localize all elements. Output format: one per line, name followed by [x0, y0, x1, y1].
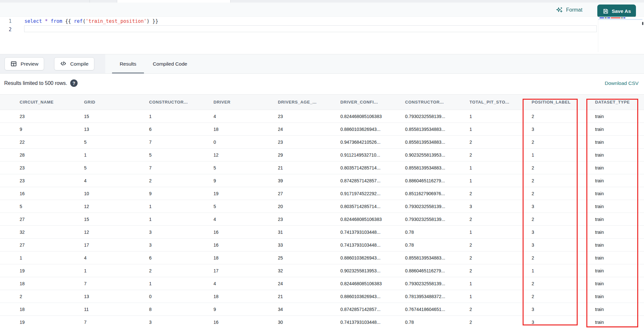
- tab-separator: [230, 0, 231, 3]
- table-cell: 21: [278, 290, 340, 303]
- table-cell: 0.7413793103448...: [340, 316, 405, 328]
- table-cell: 7: [149, 136, 213, 148]
- code-token: *: [45, 18, 48, 24]
- code-token: select: [24, 18, 42, 24]
- table-cell: 23: [278, 110, 340, 123]
- table-cell: 12: [84, 200, 149, 213]
- table-cell: 5: [84, 161, 149, 174]
- table-cell: 3: [149, 316, 213, 328]
- table-cell: 32: [20, 226, 84, 238]
- table-cell: 19: [213, 187, 278, 200]
- table-cell: 0: [213, 136, 278, 148]
- editor-toolbar: Format Save As: [0, 3, 644, 17]
- table-cell: 9: [149, 187, 213, 200]
- editor-minimap[interactable]: [598, 17, 642, 52]
- file-tab-strip: [0, 0, 644, 3]
- table-cell: 23: [20, 161, 84, 174]
- active-file-tab[interactable]: [117, 0, 230, 3]
- table-cell: 23: [20, 174, 84, 187]
- table-cell: 23: [20, 110, 84, 123]
- preview-button[interactable]: Preview: [5, 57, 44, 70]
- tab-results[interactable]: Results: [112, 54, 144, 73]
- table-cell: 0.9171974522292...: [340, 187, 405, 200]
- code-token: [48, 18, 51, 24]
- table-cell: 18: [213, 123, 278, 135]
- compile-button[interactable]: Compile: [54, 57, 94, 70]
- table-cell: 5: [84, 136, 149, 148]
- table-cell: 4: [213, 110, 278, 123]
- table-cell: 0.7930232558139...: [405, 110, 469, 123]
- table-cell: 0.8860465116279...: [405, 264, 469, 277]
- table-cell: 1: [149, 110, 213, 123]
- table-cell: 16: [213, 226, 278, 238]
- table-cell: 22: [20, 136, 84, 148]
- table-cell: 0.8860103626943...: [340, 251, 405, 264]
- table-cell: 21: [278, 161, 340, 174]
- table-cell: 9: [20, 123, 84, 135]
- row-limit-note: Results limited to 500 rows.: [4, 80, 67, 86]
- results-panel-header: Preview Compile Results Compiled Code: [0, 54, 644, 74]
- help-icon[interactable]: ?: [70, 79, 78, 87]
- table-cell: 0.9112149532710...: [340, 149, 405, 161]
- table-cell: 23: [278, 136, 340, 148]
- table-cell: 0.8035714285714...: [340, 200, 405, 213]
- table-cell: 30: [278, 316, 340, 328]
- table-cell: 0.78: [405, 316, 469, 328]
- table-cell: 0.78: [405, 239, 469, 251]
- line-number-2: 2: [3, 26, 12, 33]
- column-header: CONSTRUCTOR...: [149, 95, 213, 110]
- table-cell: 18: [20, 303, 84, 315]
- column-header: CONSTRUCTOR...: [405, 95, 469, 110]
- table-cell: 0.8035714285714...: [340, 161, 405, 174]
- save-icon: [602, 8, 609, 14]
- code-token: 'train_test_position': [86, 18, 147, 24]
- column-header: DRIVER_CONFI...: [340, 95, 405, 110]
- table-cell: 39: [278, 174, 340, 187]
- download-csv-link[interactable]: Download CSV: [605, 80, 639, 86]
- tab-compiled-code[interactable]: Compiled Code: [150, 54, 190, 73]
- editor-scrollbar[interactable]: [642, 22, 643, 25]
- table-cell: 28: [20, 149, 84, 161]
- table-cell: 5: [213, 161, 278, 174]
- tab-separator: [90, 0, 90, 3]
- table-cell: 18: [213, 290, 278, 303]
- table-cell: 0.9023255813953...: [405, 149, 469, 161]
- table-cell: 0.8860103626943...: [340, 290, 405, 303]
- table-cell: 19: [20, 264, 84, 277]
- sql-editor[interactable]: 1 2 select * from {{ ref('train_test_pos…: [0, 17, 644, 54]
- table-cell: 25: [278, 251, 340, 264]
- table-cell: 7: [149, 161, 213, 174]
- table-cell: 4: [84, 174, 149, 187]
- annotation-box-position-label: [523, 99, 578, 325]
- table-cell: 27: [278, 187, 340, 200]
- save-as-button[interactable]: Save As: [597, 5, 636, 18]
- code-token: ): [147, 18, 149, 24]
- table-cell: 0.8558139534883...: [405, 136, 469, 148]
- table-cell: 10: [84, 187, 149, 200]
- table-cell: 1: [149, 277, 213, 290]
- table-cell: 0.824468085106383: [340, 277, 405, 290]
- table-cell: 16: [213, 239, 278, 251]
- column-header: DRIVER: [213, 95, 278, 110]
- code-token: }}: [149, 18, 158, 24]
- table-cell: 23: [278, 213, 340, 225]
- editor-cursor-line[interactable]: [24, 25, 597, 32]
- table-cell: 0.7413793103448...: [340, 226, 405, 238]
- table-cell: 2: [149, 264, 213, 277]
- format-button[interactable]: Format: [556, 5, 582, 14]
- table-cell: 34: [278, 303, 340, 315]
- table-cell: 15: [84, 213, 149, 225]
- table-cell: 1: [149, 200, 213, 213]
- table-cell: 0.8742857142857...: [340, 303, 405, 315]
- table-cell: 2: [149, 174, 213, 187]
- table-cell: 4: [84, 251, 149, 264]
- table-cell: 0: [149, 290, 213, 303]
- sparkles-icon: [556, 6, 563, 14]
- table-cell: 4: [213, 213, 278, 225]
- table-cell: 16: [213, 316, 278, 328]
- code-line-1[interactable]: select * from {{ ref('train_test_positio…: [24, 18, 158, 25]
- table-cell: 0.78: [405, 226, 469, 238]
- table-cell: 33: [278, 239, 340, 251]
- preview-label: Preview: [21, 61, 38, 67]
- table-cell: 5: [149, 149, 213, 161]
